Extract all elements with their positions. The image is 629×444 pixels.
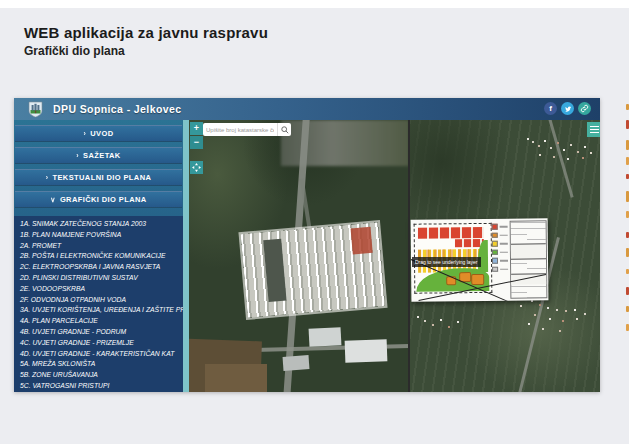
search-button[interactable] [277,123,291,136]
app-header: DPU Sopnica - Jelkovec f [14,98,600,120]
plan-legend [492,224,509,272]
legend-label-line [500,226,508,228]
zoom-in-button[interactable]: + [190,122,203,135]
top-white-strip [0,0,629,8]
legend-swatch [492,258,498,264]
legend-swatch [492,266,498,272]
app-window: DPU Sopnica - Jelkovec f › UVOD › SAŽETA… [14,98,600,392]
layer-item[interactable]: 2E. VODOOPSKRBA [14,284,183,295]
chevron-right-icon: › [83,130,86,137]
map-pane-left [189,120,409,392]
menu-button[interactable] [587,122,600,137]
legend-swatch [492,241,498,247]
swipe-divider-handle[interactable] [408,120,410,392]
legend-swatch [492,224,498,230]
layer-item[interactable]: 1B. PLAN NAMJENE POVRŠINA [14,230,183,241]
sidebar: › UVOD › SAŽETAK › TEKSTUALNI DIO PLANA … [14,120,183,392]
twitter-icon[interactable] [561,102,574,115]
red-roof-block [351,227,373,255]
facebook-icon[interactable]: f [544,102,557,115]
zoom-out-button[interactable]: − [190,136,203,149]
layer-item[interactable]: 4D. UVJETI GRADNJE - KARAKTERISTIČAN KAT [14,349,183,360]
page-title: WEB aplikacija za javnu raspravu [24,24,268,41]
layer-item[interactable]: 2C. ELEKTROOPSKRBA I JAVNA RASVJETA [14,262,183,273]
industrial-building [345,339,388,362]
city-coat-of-arms-logo [28,101,43,118]
zone-green [478,240,488,272]
layer-item[interactable]: 2B. POŠTA I ELEKTRONIČKE KOMUNIKACIJE [14,251,183,262]
section-label: SAŽETAK [83,151,121,160]
layer-item[interactable]: 4C. UVJETI GRADNJE - PRIZEMLJE [14,338,183,349]
sidebar-section-tekstualni-dio[interactable]: › TEKSTUALNI DIO PLANA [15,169,182,186]
swipe-tooltip: Drag to see underlying layer [412,257,481,267]
layer-item[interactable]: 4A. PLAN PARCELACIJE [14,316,183,327]
legend-label-line [500,251,508,253]
sidebar-section-graficki-dio[interactable]: ∨ GRAFIČKI DIO PLANA [15,191,182,208]
share-link-icon[interactable] [578,102,591,115]
zone-orange-block [471,274,484,285]
section-label: TEKSTUALNI DIO PLANA [52,173,151,182]
housing-development [241,222,386,318]
layer-item[interactable]: 3A. UVJETI KORIŠTENJA, UREĐENJA I ZAŠTIT… [14,305,183,316]
layer-item[interactable]: 5C. VATROGASNI PRISTUPI [14,381,183,392]
page-subtitle: Grafički dio plana [24,44,125,58]
app-title: DPU Sopnica - Jelkovec [53,103,181,115]
full-extent-button[interactable] [190,161,203,174]
legend-label-line [500,268,508,270]
legend-label-line [500,243,508,245]
village-houses [527,138,529,140]
sidebar-section-uvod[interactable]: › UVOD [15,125,182,142]
sidebar-section-sazetak[interactable]: › SAŽETAK [15,147,182,164]
industrial-building [309,327,342,347]
search-bar [203,123,291,136]
layer-item[interactable]: 2A. PROMET [14,241,183,252]
legend-swatch [492,249,498,255]
industrial-building [283,355,310,371]
chevron-right-icon: › [46,174,49,181]
brown-field [205,364,267,392]
menu-icon [590,126,599,128]
layer-item[interactable]: 1A. SNIMAK ZATEČENOG STANJA 2003 [14,219,183,230]
chevron-right-icon: › [76,152,79,159]
facebook-glyph: f [549,104,552,113]
layer-item[interactable]: 5A. MREŽA SKLONIŠTA [14,359,183,370]
four-arrows-icon [192,163,201,172]
zone-red-blocks [418,227,484,239]
section-label: UVOD [90,129,113,138]
legend-swatch [492,232,498,238]
social-links: f [544,102,591,115]
legend-label-line [500,234,508,236]
app-body: › UVOD › SAŽETAK › TEKSTUALNI DIO PLANA … [14,120,600,392]
layer-item[interactable]: 2F. ODVODNJA OTPADNIH VODA [14,295,183,306]
plan-title-block [510,220,548,298]
layer-list: 1A. SNIMAK ZATEČENOG STANJA 2003 1B. PLA… [14,216,183,392]
section-label: GRAFIČKI DIO PLANA [60,195,147,204]
search-icon [281,126,289,134]
courtyard [263,239,286,302]
village-houses [417,316,419,318]
title-block-cell [511,243,546,259]
legend-label-line [500,260,508,262]
layer-item[interactable]: 5B. ZONE URUŠAVANJA [14,370,183,381]
map-canvas[interactable]: Drag to see underlying layer + − [189,120,600,392]
layer-item[interactable]: 4B. UVJETI GRADNJE - PODRUM [14,327,183,338]
road [547,120,573,198]
search-input[interactable] [203,123,277,136]
layer-item[interactable]: 2D. PLINSKI DISTRIBUTIVNI SUSTAV [14,273,183,284]
chevron-down-icon: ∨ [50,196,56,204]
